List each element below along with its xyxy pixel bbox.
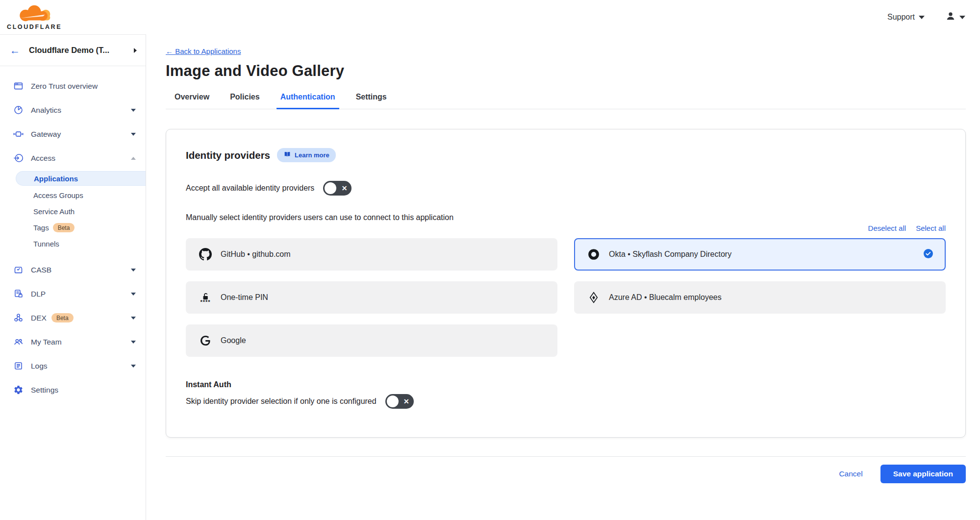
sidebar-item-label: DLP: [31, 290, 131, 298]
save-application-button[interactable]: Save application: [880, 465, 966, 483]
provider-grid: GitHub • github.com Okta • Skyflash Comp…: [186, 238, 946, 357]
tab-overview[interactable]: Overview: [171, 93, 213, 109]
sidebar-item-logs[interactable]: Logs: [0, 354, 146, 378]
logs-list-icon: [13, 361, 24, 371]
support-menu[interactable]: Support: [887, 13, 925, 22]
provider-tile-github[interactable]: GitHub • github.com: [186, 238, 557, 271]
user-avatar-icon: [945, 11, 956, 24]
chevron-down-icon: [959, 16, 965, 19]
window-icon: [13, 81, 24, 92]
cancel-button[interactable]: Cancel: [839, 470, 862, 478]
back-arrow-icon[interactable]: ←: [10, 45, 20, 56]
accept-all-toggle-label: Accept all available identity providers: [186, 184, 314, 193]
otp-stars-glyph: [200, 301, 210, 303]
toggle-knob: [387, 396, 399, 407]
provider-name: Okta • Skyflash Company Directory: [609, 250, 924, 259]
learn-more-button[interactable]: Learn more: [277, 148, 336, 162]
chevron-down-icon[interactable]: [131, 133, 136, 136]
cloudflare-logo[interactable]: CLOUDFLARE: [7, 4, 62, 30]
sidebar-item-label-group: DEX Beta: [31, 313, 131, 322]
document-lock-icon: [13, 289, 24, 299]
sidebar-item-label: Access: [31, 154, 131, 163]
sidebar-item-label: DEX: [31, 314, 47, 322]
chevron-down-icon[interactable]: [131, 341, 136, 344]
tab-authentication[interactable]: Authentication: [276, 93, 339, 109]
sidebar-item-applications[interactable]: Applications: [16, 171, 146, 186]
sidebar-item-access[interactable]: Access: [0, 146, 146, 170]
brand-wordmark: CLOUDFLARE: [7, 24, 62, 30]
sidebar-item-label: Tunnels: [33, 240, 59, 248]
instant-auth-toggle[interactable]: [385, 394, 414, 409]
select-all-link[interactable]: Select all: [916, 224, 946, 232]
main-content: ← Back to Applications Image and Video G…: [146, 34, 980, 495]
provider-name: Azure AD • Bluecalm employees: [609, 293, 933, 302]
book-icon: [283, 150, 291, 160]
page-title: Image and Video Gallery: [166, 62, 966, 80]
toggle-off-x-icon: [342, 184, 348, 192]
provider-name: Google: [221, 336, 545, 345]
selected-check-icon: [924, 249, 933, 260]
provider-tile-google[interactable]: Google: [186, 324, 557, 357]
user-menu[interactable]: [945, 11, 965, 24]
sidebar-item-settings[interactable]: Settings: [0, 378, 146, 402]
provider-tile-azure-ad[interactable]: Azure AD • Bluecalm employees: [574, 281, 946, 314]
sidebar-item-label: Access Groups: [33, 191, 83, 199]
access-subnav: Applications Access Groups Service Auth …: [0, 171, 146, 252]
card-title: Identity providers: [186, 149, 270, 161]
sidebar-item-dlp[interactable]: DLP: [0, 282, 146, 306]
provider-name: GitHub • github.com: [221, 250, 545, 259]
sidebar-item-analytics[interactable]: Analytics: [0, 98, 146, 122]
instant-auth-heading: Instant Auth: [186, 380, 946, 389]
chevron-down-icon[interactable]: [131, 109, 136, 112]
sidebar-nav: Zero Trust overview Analytics Gateway: [0, 66, 146, 402]
sidebar-item-my-team[interactable]: My Team: [0, 330, 146, 354]
sidebar-item-service-auth[interactable]: Service Auth: [0, 203, 146, 220]
otp-lock-icon: [199, 293, 212, 303]
chevron-up-icon[interactable]: [131, 157, 136, 160]
azure-ad-icon: [587, 292, 601, 303]
chevron-down-icon: [919, 16, 925, 19]
skip-toggle-label: Skip identity provider selection if only…: [186, 397, 377, 406]
provider-tile-okta[interactable]: Okta • Skyflash Company Directory: [574, 238, 946, 271]
sidebar: ← Cloudflare Demo (T... Zero Trust overv…: [0, 34, 146, 520]
toggle-off-x-icon: [403, 397, 409, 405]
sidebar-item-label: Gateway: [31, 130, 131, 139]
beta-badge: Beta: [53, 223, 75, 232]
identity-providers-card: Identity providers Learn more Accept all…: [166, 129, 966, 438]
support-label: Support: [887, 13, 915, 22]
sidebar-item-label: Zero Trust overview: [31, 82, 136, 91]
sidebar-item-dex[interactable]: DEX Beta: [0, 306, 146, 330]
sidebar-item-label: My Team: [31, 338, 131, 347]
gear-icon: [13, 385, 24, 396]
tab-policies[interactable]: Policies: [226, 93, 263, 109]
chevron-down-icon[interactable]: [131, 317, 136, 320]
account-switcher: ← Cloudflare Demo (T...: [0, 35, 146, 66]
deselect-all-link[interactable]: Deselect all: [868, 224, 906, 232]
account-name[interactable]: Cloudflare Demo (T...: [29, 46, 134, 55]
team-people-icon: [13, 337, 24, 347]
provider-name: One-time PIN: [221, 293, 545, 302]
tab-settings[interactable]: Settings: [352, 93, 391, 109]
sidebar-item-label: Settings: [31, 386, 136, 395]
google-icon: [199, 335, 212, 347]
toggle-knob: [325, 182, 336, 194]
chevron-down-icon[interactable]: [131, 293, 136, 296]
chevron-right-icon[interactable]: [134, 48, 137, 53]
access-login-icon: [13, 153, 24, 164]
sidebar-item-casb[interactable]: CASB: [0, 258, 146, 282]
sidebar-item-gateway[interactable]: Gateway: [0, 122, 146, 146]
chevron-down-icon[interactable]: [131, 365, 136, 368]
chevron-down-icon[interactable]: [131, 269, 136, 272]
sidebar-item-access-groups[interactable]: Access Groups: [0, 187, 146, 203]
sidebar-item-label: Tags: [33, 223, 49, 232]
okta-icon: [587, 248, 601, 261]
casb-box-check-icon: [13, 265, 24, 275]
manual-select-text: Manually select identity providers users…: [186, 213, 946, 222]
pie-chart-icon: [13, 105, 24, 116]
sidebar-item-zero-trust-overview[interactable]: Zero Trust overview: [0, 74, 146, 98]
provider-tile-one-time-pin[interactable]: One-time PIN: [186, 281, 557, 314]
sidebar-item-tags[interactable]: Tags Beta: [0, 220, 146, 236]
accept-all-toggle[interactable]: [323, 181, 352, 196]
back-to-applications-link[interactable]: ← Back to Applications: [166, 47, 241, 55]
sidebar-item-tunnels[interactable]: Tunnels: [0, 236, 146, 252]
